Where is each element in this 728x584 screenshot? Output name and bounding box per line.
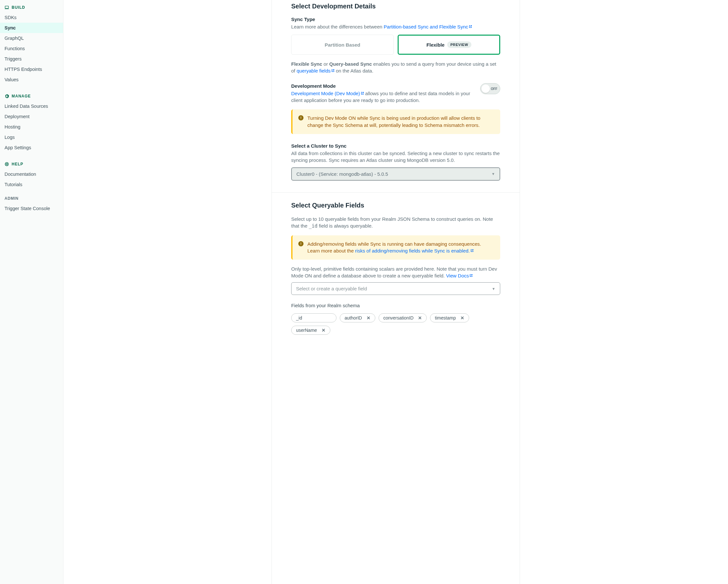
queryable-warn-link-text: risks of adding/removing fields while Sy… <box>355 248 470 253</box>
nav-header-build-label: BUILD <box>11 5 25 10</box>
field-chip-label: timestamp <box>435 315 456 321</box>
queryable-warning-msg: Adding/removing fields while Sync is run… <box>307 240 494 255</box>
queryable-field-select[interactable]: Select or create a queryable field ▼ <box>291 282 500 295</box>
life-ring-icon <box>4 162 9 167</box>
sidebar-item-trigger-state-console[interactable]: Trigger State Console <box>0 203 63 214</box>
sync-type-block: Sync Type Learn more about the differenc… <box>291 17 500 74</box>
dev-mode-link-text: Development Mode (Dev Mode) <box>291 91 360 96</box>
sidebar-item-tutorials[interactable]: Tutorials <box>0 179 63 190</box>
warning-icon: ! <box>298 241 304 246</box>
cluster-select-value: Cluster0 - (Service: mongodb-atlas) - 5.… <box>296 171 388 177</box>
external-link-icon <box>331 69 335 72</box>
remove-chip-icon[interactable]: ✕ <box>461 315 464 321</box>
external-link-icon <box>470 249 474 252</box>
dev-mode-label: Development Mode <box>291 83 476 89</box>
dev-mode-toggle[interactable]: OFF <box>480 83 500 94</box>
sync-desc-tail2: on the Atlas data. <box>335 68 373 74</box>
nav-header-help-label: HELP <box>11 162 23 167</box>
nav-header-manage: MANAGE <box>0 91 63 101</box>
sync-tab-partition-label: Partition Based <box>324 42 360 48</box>
dev-details-title: Select Development Details <box>291 3 500 10</box>
caret-down-icon: ▼ <box>492 287 495 291</box>
sidebar-item-linked-data-sources[interactable]: Linked Data Sources <box>0 101 63 111</box>
sync-type-learn-link[interactable]: Partition-based Sync and Flexible Sync <box>384 24 472 29</box>
sidebar-item-deployment[interactable]: Deployment <box>0 111 63 122</box>
fields-schema-label: Fields from your Realm schema <box>291 302 500 309</box>
sidebar-item-logs[interactable]: Logs <box>0 132 63 143</box>
gear-icon <box>4 94 9 98</box>
main-content-wrap: Select Development Details Sync Type Lea… <box>63 0 728 584</box>
queryable-note: Only top-level, primitive fields contain… <box>291 265 500 279</box>
field-chip-timestamp: timestamp✕ <box>430 313 469 323</box>
sidebar-item-documentation[interactable]: Documentation <box>0 169 63 179</box>
queryable-select-placeholder: Select or create a queryable field <box>296 286 367 291</box>
field-chips: _idauthorID✕conversationID✕timestamp✕use… <box>291 313 500 335</box>
id-code: _id <box>309 223 317 229</box>
flexible-sync-strong: Flexible Sync <box>291 61 322 67</box>
field-chip-label: authorID <box>345 315 362 321</box>
sidebar-item-sync[interactable]: Sync <box>0 23 63 33</box>
dev-mode-block: Development Mode Development Mode (Dev M… <box>291 83 500 134</box>
sync-type-description: Flexible Sync or Query-based Sync enable… <box>291 60 500 74</box>
field-chip-conversationID: conversationID✕ <box>379 313 427 323</box>
external-link-icon <box>469 25 472 28</box>
nav-header-admin: ADMIN <box>0 190 63 203</box>
panel-development-details: Select Development Details Sync Type Lea… <box>272 0 520 193</box>
remove-chip-icon[interactable]: ✕ <box>418 315 422 321</box>
external-link-icon <box>469 274 473 277</box>
sidebar-item-hosting[interactable]: Hosting <box>0 122 63 132</box>
view-docs-link[interactable]: View Docs <box>446 273 473 278</box>
dev-mode-link[interactable]: Development Mode (Dev Mode) <box>291 91 364 96</box>
sidebar: BUILD SDKsSyncGraphQLFunctionsTriggersHT… <box>0 0 63 584</box>
sync-type-learn-prefix: Learn more about the differences between <box>291 24 384 29</box>
preview-badge: PREVIEW <box>447 42 471 48</box>
sidebar-item-triggers[interactable]: Triggers <box>0 54 63 64</box>
dev-mode-warning-text: Turning Dev Mode ON while Sync is being … <box>307 115 494 129</box>
sidebar-item-values[interactable]: Values <box>0 74 63 85</box>
sidebar-item-graphql[interactable]: GraphQL <box>0 33 63 43</box>
caret-down-icon: ▼ <box>492 172 495 176</box>
queryable-fields-link-text: queryable fields <box>297 68 331 74</box>
remove-chip-icon[interactable]: ✕ <box>367 315 370 321</box>
sidebar-item-functions[interactable]: Functions <box>0 43 63 54</box>
field-chip-readonly: _id <box>291 313 337 323</box>
sidebar-item-https-endpoints[interactable]: HTTPS Endpoints <box>0 64 63 74</box>
dev-mode-warning: ! Turning Dev Mode ON while Sync is bein… <box>291 109 500 134</box>
cluster-label: Select a Cluster to Sync <box>291 143 500 149</box>
queryable-fields-link[interactable]: queryable fields <box>297 68 335 74</box>
dev-mode-toggle-state: OFF <box>491 87 497 91</box>
query-based-strong: Query-based Sync <box>329 61 372 67</box>
queryable-title: Select Queryable Fields <box>291 202 500 209</box>
queryable-desc: Select up to 10 queryable fields from yo… <box>291 215 500 230</box>
warning-icon: ! <box>298 115 304 121</box>
sync-type-learn: Learn more about the differences between… <box>291 23 500 30</box>
field-chip-userName: userName✕ <box>291 326 330 335</box>
cluster-block: Select a Cluster to Sync All data from c… <box>291 143 500 181</box>
sync-tab-flexible-label: Flexible <box>426 42 445 48</box>
field-chip-authorID: authorID✕ <box>340 313 375 323</box>
external-link-icon <box>361 92 364 95</box>
laptop-icon <box>4 5 9 10</box>
cluster-select[interactable]: Cluster0 - (Service: mongodb-atlas) - 5.… <box>291 168 500 181</box>
sync-type-tabs: Partition Based Flexible PREVIEW <box>291 35 500 55</box>
queryable-warn-link[interactable]: risks of adding/removing fields while Sy… <box>355 248 474 253</box>
svg-rect-0 <box>5 6 9 8</box>
sidebar-item-sdks[interactable]: SDKs <box>0 12 63 23</box>
cluster-desc: All data from collections in this cluste… <box>291 150 500 163</box>
toggle-knob <box>482 84 490 93</box>
dev-mode-desc: Development Mode (Dev Mode) allows you t… <box>291 90 476 104</box>
queryable-desc-post: field is always queryable. <box>317 223 373 229</box>
nav-header-manage-label: MANAGE <box>11 94 31 98</box>
sync-type-label: Sync Type <box>291 17 500 22</box>
field-chip-label: conversationID <box>383 315 414 321</box>
nav-header-help: HELP <box>0 159 63 169</box>
view-docs-link-text: View Docs <box>446 273 469 278</box>
queryable-warning: ! Adding/removing fields while Sync is r… <box>291 235 500 260</box>
sync-tab-partition[interactable]: Partition Based <box>291 35 394 55</box>
nav-header-build: BUILD <box>0 3 63 12</box>
remove-chip-icon[interactable]: ✕ <box>321 328 326 333</box>
panel-queryable-fields: Select Queryable Fields Select up to 10 … <box>272 193 520 347</box>
sync-desc-mid: or <box>322 61 329 67</box>
sidebar-item-app-settings[interactable]: App Settings <box>0 143 63 153</box>
sync-tab-flexible[interactable]: Flexible PREVIEW <box>398 35 500 55</box>
